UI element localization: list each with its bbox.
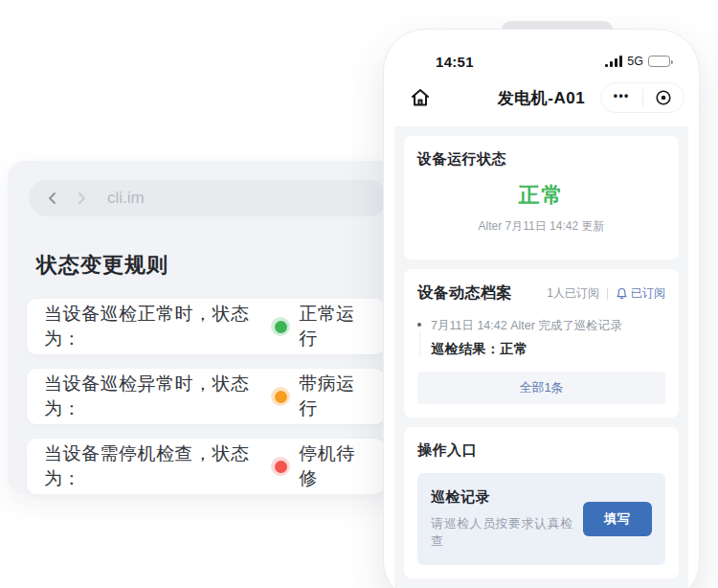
subscribed-label: 已订阅 — [631, 285, 665, 302]
subscriber-divider — [607, 288, 608, 300]
status-dot-green — [271, 317, 290, 336]
rule-row-normal: 当设备巡检正常时，状态为： 正常运行 — [27, 299, 385, 354]
inspection-record-panel: 巡检记录 请巡检人员按要求认真检查 填写 — [417, 473, 665, 565]
subscribed-button[interactable]: 已订阅 — [616, 285, 665, 302]
actions-title: 操作入口 — [417, 441, 665, 460]
inspection-record-desc: 请巡检人员按要求认真检查 — [431, 515, 583, 550]
archive-card: 设备动态档案 1人已订阅 已订阅 — [404, 269, 679, 418]
status-dot-orange — [271, 387, 290, 406]
archive-title: 设备动态档案 — [417, 283, 512, 304]
inspection-record-title: 巡检记录 — [431, 488, 583, 507]
running-status-value: 正常 — [417, 181, 665, 210]
browser-mock-panel: cli.im 状态变更规则 当设备巡检正常时，状态为： 正常运行 当设备巡检异常… — [8, 161, 396, 494]
phone-screen: 设备运行状态 正常 Alter 7月11日 14:42 更新 设备动态档案 1人… — [394, 126, 688, 588]
miniprogram-capsule: ••• — [600, 82, 684, 113]
network-type: 5G — [627, 55, 643, 68]
rules-heading: 状态变更规则 — [36, 251, 396, 280]
running-status-updated: Alter 7月11日 14:42 更新 — [417, 218, 665, 235]
signal-icon — [605, 56, 622, 67]
phone-status-bar: 14:51 5G — [384, 52, 699, 71]
actions-card: 操作入口 巡检记录 请巡检人员按要求认真检查 填写 — [404, 427, 679, 578]
browser-address-bar[interactable]: cli.im — [29, 180, 387, 216]
battery-icon — [648, 56, 670, 67]
rule-status-label: 停机待修 — [299, 441, 368, 491]
timeline-result: 巡检结果：正常 — [431, 341, 665, 358]
timeline-line — [419, 330, 420, 356]
subscriber-count: 1人已订阅 — [547, 285, 599, 302]
fill-button[interactable]: 填写 — [583, 502, 652, 536]
rule-status-label: 正常运行 — [299, 302, 368, 351]
forward-icon[interactable] — [75, 192, 88, 205]
back-icon[interactable] — [46, 192, 59, 205]
rule-condition: 当设备需停机检查，状态为： — [44, 441, 267, 491]
url-text: cli.im — [107, 189, 145, 208]
view-all-button[interactable]: 全部1条 — [417, 372, 665, 404]
more-dots-icon: ••• — [614, 90, 630, 105]
bell-icon — [616, 287, 628, 300]
more-menu-button[interactable]: ••• — [601, 83, 642, 112]
rule-row-stopped: 当设备需停机检查，状态为： 停机待修 — [27, 439, 385, 494]
clock-text: 14:51 — [436, 54, 474, 70]
rules-list: 当设备巡检正常时，状态为： 正常运行 当设备巡检异常时，状态为： 带病运行 当设… — [27, 299, 396, 494]
target-circle-icon — [655, 89, 672, 106]
running-status-title: 设备运行状态 — [417, 150, 665, 169]
rule-condition: 当设备巡检正常时，状态为： — [44, 302, 267, 351]
running-status-card: 设备运行状态 正常 Alter 7月11日 14:42 更新 — [404, 136, 679, 260]
rule-condition: 当设备巡检异常时，状态为： — [44, 372, 267, 421]
timeline-meta: 7月11日 14:42 Alter 完成了巡检记录 — [431, 318, 665, 334]
rule-row-abnormal: 当设备巡检异常时，状态为： 带病运行 — [27, 369, 385, 424]
phone-mockup: 14:51 5G 发电机-A01 ••• — [383, 29, 700, 588]
status-dot-red — [271, 457, 290, 476]
close-minimize-button[interactable] — [643, 83, 684, 112]
timeline-bullet — [417, 323, 421, 327]
rule-status-label: 带病运行 — [299, 372, 368, 421]
timeline-entry: 7月11日 14:42 Alter 完成了巡检记录 巡检结果：正常 — [417, 318, 665, 358]
phone-nav-bar: 发电机-A01 ••• — [384, 77, 699, 119]
